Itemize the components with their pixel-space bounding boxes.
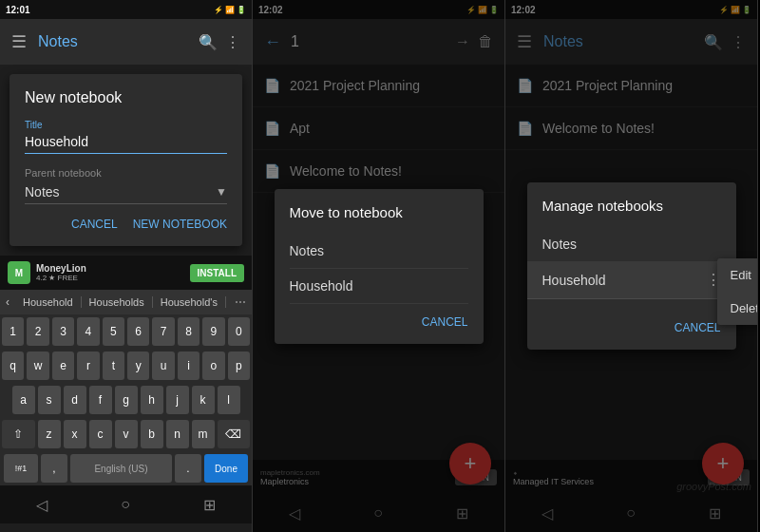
suggestion-more-icon[interactable]: ⋯ bbox=[235, 295, 246, 309]
wifi-icon-1: 📶 bbox=[225, 6, 235, 14]
signal-icon-1: 🔋 bbox=[237, 6, 246, 14]
key-o[interactable]: o bbox=[202, 352, 224, 380]
context-delete[interactable]: Delete bbox=[717, 292, 759, 325]
kb-row-qwerty: q w e r t y u i o p bbox=[0, 349, 252, 383]
new-notebook-button[interactable]: NEW NOTEBOOK bbox=[133, 218, 227, 231]
key-9[interactable]: 9 bbox=[202, 317, 224, 346]
panel-1: 12:01 ⚡ 📶 🔋 ☰ Notes 🔍 ⋮ New notebook Tit… bbox=[0, 0, 253, 532]
menu-icon-1[interactable]: ☰ bbox=[11, 31, 27, 52]
new-notebook-dialog: New notebook Title Parent notebook Notes… bbox=[10, 74, 242, 246]
ad-rating-1: 4.2 ★ FREE bbox=[36, 274, 184, 282]
nav-grid-icon-1[interactable]: ⊞ bbox=[203, 496, 216, 514]
key-comma[interactable]: , bbox=[41, 454, 67, 483]
app-title-1: Notes bbox=[38, 33, 191, 50]
key-s[interactable]: s bbox=[38, 386, 61, 414]
key-c[interactable]: c bbox=[89, 420, 112, 448]
kb-suggestions: ‹ Household Households Household's ⋯ bbox=[0, 290, 252, 314]
ad-name-1: MoneyLion bbox=[36, 263, 184, 274]
key-t[interactable]: t bbox=[103, 352, 124, 380]
suggestion-2[interactable]: Households bbox=[82, 296, 153, 308]
bottom-nav-1: ◁ ○ ⊞ bbox=[0, 485, 252, 523]
kb-back-icon[interactable]: ‹ bbox=[6, 295, 10, 309]
move-dialog-title: Move to notebook bbox=[290, 204, 468, 220]
key-symbols[interactable]: !#1 bbox=[4, 454, 38, 483]
key-u[interactable]: u bbox=[152, 352, 174, 380]
key-p[interactable]: p bbox=[228, 352, 250, 380]
key-2[interactable]: 2 bbox=[27, 317, 48, 346]
key-done[interactable]: Done bbox=[204, 454, 248, 483]
ad-info-1: MoneyLion 4.2 ★ FREE bbox=[36, 263, 184, 282]
key-f[interactable]: f bbox=[89, 386, 112, 414]
status-bar-1: 12:01 ⚡ 📶 🔋 bbox=[0, 0, 252, 19]
title-field-label: Title bbox=[25, 120, 227, 130]
manage-cancel-button[interactable]: CANCEL bbox=[674, 321, 721, 334]
key-d[interactable]: d bbox=[64, 386, 86, 414]
key-4[interactable]: 4 bbox=[77, 317, 99, 346]
notebook-title-input[interactable] bbox=[25, 132, 227, 154]
key-l[interactable]: l bbox=[218, 386, 240, 414]
key-w[interactable]: w bbox=[27, 352, 48, 380]
nav-back-icon-1[interactable]: ◁ bbox=[36, 496, 48, 514]
chevron-down-icon: ▼ bbox=[216, 185, 227, 199]
key-x[interactable]: x bbox=[64, 420, 86, 448]
key-period[interactable]: . bbox=[175, 454, 201, 483]
panel-2: 12:02 ⚡ 📶 🔋 ← 1 → 🗑 📄 2021 Project Plann… bbox=[253, 0, 505, 532]
more-icon-1[interactable]: ⋮ bbox=[225, 33, 240, 51]
parent-select-text: Notes bbox=[25, 184, 60, 200]
install-button[interactable]: INSTALL bbox=[190, 264, 244, 282]
kb-row-bottom: !#1 , English (US) . Done bbox=[0, 451, 252, 485]
key-shift[interactable]: ⇧ bbox=[2, 420, 35, 448]
cancel-button-1[interactable]: CANCEL bbox=[71, 218, 118, 231]
kb-row-zxcv: ⇧ z x c v b n m ⌫ bbox=[0, 417, 252, 451]
key-z[interactable]: z bbox=[38, 420, 61, 448]
key-m[interactable]: m bbox=[192, 420, 215, 448]
key-5[interactable]: 5 bbox=[103, 317, 124, 346]
context-menu-3: Edit Delete bbox=[717, 258, 759, 325]
status-icons-1: ⚡ 📶 🔋 bbox=[214, 6, 246, 14]
key-backspace[interactable]: ⌫ bbox=[218, 420, 251, 448]
key-v[interactable]: v bbox=[115, 420, 138, 448]
ad-banner-1: M MoneyLion 4.2 ★ FREE INSTALL bbox=[0, 256, 252, 290]
nb-name-household: Household bbox=[542, 273, 606, 288]
key-0[interactable]: 0 bbox=[228, 317, 250, 346]
manage-notebooks-dialog: Manage notebooks Notes Household ⋮ CANCE… bbox=[527, 182, 736, 350]
key-e[interactable]: e bbox=[52, 352, 74, 380]
key-r[interactable]: r bbox=[77, 352, 99, 380]
search-icon-1[interactable]: 🔍 bbox=[199, 33, 218, 51]
nb-item-notes[interactable]: Notes bbox=[542, 227, 721, 262]
key-7[interactable]: 7 bbox=[152, 317, 174, 346]
suggestion-1[interactable]: Household bbox=[15, 296, 82, 308]
nav-home-icon-1[interactable]: ○ bbox=[121, 496, 130, 513]
parent-notebook-select[interactable]: Notes ▼ bbox=[25, 184, 227, 204]
key-i[interactable]: i bbox=[178, 352, 200, 380]
key-space[interactable]: English (US) bbox=[70, 454, 172, 483]
key-y[interactable]: y bbox=[127, 352, 149, 380]
nb-item-household[interactable]: Household ⋮ bbox=[527, 261, 736, 299]
context-edit[interactable]: Edit bbox=[717, 258, 759, 292]
key-h[interactable]: h bbox=[141, 386, 163, 414]
manage-notebooks-overlay: Manage notebooks Notes Household ⋮ CANCE… bbox=[505, 0, 757, 532]
move-cancel-button[interactable]: CANCEL bbox=[422, 315, 468, 329]
key-j[interactable]: j bbox=[166, 386, 189, 414]
move-dialog-actions: CANCEL bbox=[290, 315, 468, 329]
move-notebook-dialog: Move to notebook Notes Household CANCEL bbox=[275, 189, 484, 344]
key-a[interactable]: a bbox=[12, 386, 35, 414]
nb-name-notes: Notes bbox=[542, 237, 578, 252]
move-option-notes[interactable]: Notes bbox=[290, 234, 468, 269]
manage-dialog-title: Manage notebooks bbox=[542, 198, 721, 214]
suggestion-3[interactable]: Household's bbox=[153, 296, 226, 308]
time-1: 12:01 bbox=[6, 5, 30, 15]
key-6[interactable]: 6 bbox=[127, 317, 149, 346]
panel-3: 12:02 ⚡ 📶 🔋 ☰ Notes 🔍 ⋮ 📄 2021 Project P… bbox=[505, 0, 758, 532]
key-q[interactable]: q bbox=[2, 352, 24, 380]
move-option-household[interactable]: Household bbox=[290, 269, 468, 304]
top-bar-1: ☰ Notes 🔍 ⋮ bbox=[0, 19, 252, 65]
key-b[interactable]: b bbox=[141, 420, 163, 448]
key-n[interactable]: n bbox=[166, 420, 189, 448]
key-k[interactable]: k bbox=[192, 386, 215, 414]
key-3[interactable]: 3 bbox=[52, 317, 74, 346]
key-1[interactable]: 1 bbox=[2, 317, 24, 346]
kb-row-numbers: 1 2 3 4 5 6 7 8 9 0 bbox=[0, 314, 252, 349]
key-8[interactable]: 8 bbox=[178, 317, 200, 346]
key-g[interactable]: g bbox=[115, 386, 138, 414]
